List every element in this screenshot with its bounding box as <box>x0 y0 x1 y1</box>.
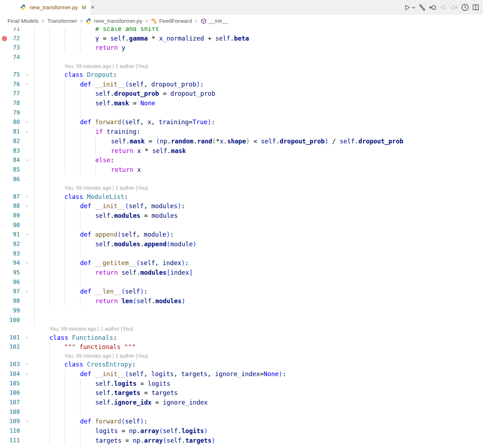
line-number[interactable]: 74 <box>13 53 20 62</box>
line-number[interactable]: 96 <box>13 278 20 287</box>
gutter[interactable]: 80 <box>0 117 34 127</box>
fold-chevron-icon[interactable] <box>24 335 30 341</box>
line-number[interactable]: 92 <box>13 239 20 249</box>
line-number[interactable]: 101 <box>9 333 20 343</box>
line-number[interactable]: 81 <box>13 127 20 137</box>
line-number[interactable]: 93 <box>13 249 20 259</box>
chevron-down-icon[interactable] <box>410 2 417 13</box>
gutter[interactable]: 86 <box>0 175 34 184</box>
line-number[interactable]: 94 <box>13 258 20 268</box>
breadcrumb-item-final-models[interactable]: Final Models <box>7 18 39 24</box>
back-circle-icon[interactable] <box>428 2 438 13</box>
fold-chevron-icon[interactable] <box>24 129 30 135</box>
gutter[interactable]: 109 <box>0 417 34 426</box>
breadcrumb-item--init-[interactable]: __init__ <box>201 18 228 24</box>
line-number[interactable]: 111 <box>9 436 20 446</box>
compare-changes-icon[interactable] <box>417 2 428 13</box>
gutter[interactable]: 76 <box>0 80 34 89</box>
fold-chevron-icon[interactable] <box>24 418 30 424</box>
gutter[interactable]: 84 <box>0 156 34 165</box>
gutter[interactable]: 104 <box>0 369 34 379</box>
gutter[interactable]: 82 <box>0 137 34 146</box>
fold-chevron-icon[interactable] <box>24 232 30 237</box>
line-number[interactable]: 95 <box>13 268 20 278</box>
git-blame-annotation[interactable]: You, 59 minutes ago | 1 author (You) <box>0 184 483 192</box>
previous-change-icon[interactable] <box>438 2 449 13</box>
line-number[interactable]: 76 <box>13 80 20 89</box>
gutter[interactable]: 110 <box>0 426 34 436</box>
gutter[interactable]: 97 <box>0 287 34 296</box>
gutter[interactable]: 90 <box>0 221 34 230</box>
line-number[interactable]: 80 <box>13 117 20 127</box>
line-number[interactable]: 89 <box>13 211 20 221</box>
gutter[interactable]: 99 <box>0 306 34 316</box>
git-blame-annotation[interactable]: You, 59 minutes ago | 1 author (You) <box>0 325 483 333</box>
line-number[interactable]: 91 <box>13 230 20 239</box>
fold-chevron-icon[interactable] <box>24 81 30 87</box>
line-number[interactable]: 109 <box>9 417 20 426</box>
gutter[interactable]: 78 <box>0 99 34 108</box>
breakpoint-icon[interactable] <box>2 36 7 41</box>
line-number[interactable]: 90 <box>13 221 20 230</box>
fold-chevron-icon[interactable] <box>24 289 30 294</box>
line-number[interactable]: 84 <box>13 156 20 165</box>
line-number[interactable]: 77 <box>13 89 20 99</box>
gutter[interactable]: 111 <box>0 436 34 446</box>
gutter[interactable]: 94 <box>0 258 34 268</box>
breadcrumb-item-feedforward[interactable]: FeedForward <box>151 18 192 24</box>
gutter[interactable]: 106 <box>0 388 34 398</box>
line-number[interactable]: 72 <box>13 34 20 43</box>
gutter[interactable]: 107 <box>0 398 34 407</box>
gutter[interactable]: 85 <box>0 165 34 175</box>
line-number[interactable]: 98 <box>13 296 20 306</box>
line-number[interactable]: 106 <box>9 388 20 398</box>
line-number[interactable]: 71 <box>13 27 20 34</box>
fold-chevron-icon[interactable] <box>24 119 30 125</box>
line-number[interactable]: 102 <box>9 342 20 352</box>
fold-chevron-icon[interactable] <box>24 157 30 163</box>
gutter[interactable]: 108 <box>0 407 34 417</box>
split-editor-icon[interactable] <box>470 2 481 13</box>
gutter[interactable]: 96 <box>0 278 34 287</box>
fold-chevron-icon[interactable] <box>24 362 30 367</box>
close-icon[interactable]: × <box>91 4 95 10</box>
line-number[interactable]: 78 <box>13 99 20 108</box>
line-number[interactable]: 99 <box>13 306 20 316</box>
gutter[interactable]: 105 <box>0 379 34 389</box>
gutter[interactable]: 93 <box>0 249 34 259</box>
blame-text[interactable]: You, 59 minutes ago | 1 author (You) <box>64 352 148 360</box>
gutter[interactable]: 73 <box>0 43 34 53</box>
line-number[interactable]: 107 <box>9 398 20 407</box>
gutter[interactable]: 79 <box>0 108 34 118</box>
git-blame-annotation[interactable]: You, 59 minutes ago | 1 author (You) <box>0 352 483 360</box>
gutter[interactable]: 101 <box>0 333 34 343</box>
fold-chevron-icon[interactable] <box>24 371 30 377</box>
line-number[interactable]: 88 <box>13 201 20 211</box>
gutter[interactable]: 87 <box>0 192 34 202</box>
gutter[interactable]: 89 <box>0 211 34 221</box>
gutter[interactable]: 83 <box>0 146 34 156</box>
git-blame-annotation[interactable]: You, 59 minutes ago | 1 author (You) <box>0 62 483 70</box>
gutter[interactable]: 92 <box>0 239 34 249</box>
gutter[interactable]: 81 <box>0 127 34 137</box>
gutter[interactable]: 75 <box>0 70 34 80</box>
line-number[interactable]: 97 <box>13 287 20 296</box>
line-number[interactable]: 85 <box>13 165 20 175</box>
line-number[interactable]: 87 <box>13 192 20 202</box>
fold-chevron-icon[interactable] <box>24 72 30 78</box>
gutter[interactable]: 77 <box>0 89 34 99</box>
fold-chevron-icon[interactable] <box>24 194 30 200</box>
line-number[interactable]: 110 <box>9 426 20 436</box>
tab-new-transformer[interactable]: new_transformer.py M × <box>0 0 91 15</box>
blame-text[interactable]: You, 59 minutes ago | 1 author (You) <box>64 62 148 70</box>
gutter[interactable]: 72 <box>0 34 34 43</box>
line-number[interactable]: 100 <box>9 316 20 325</box>
line-number[interactable]: 73 <box>13 43 20 53</box>
breadcrumb-item-transformer[interactable]: Transformer <box>47 18 77 24</box>
gutter[interactable]: 100 <box>0 316 34 325</box>
gutter[interactable]: 102 <box>0 342 34 352</box>
code-editor[interactable]: 71# scale and shift72y = self.gamma * x_… <box>0 27 483 448</box>
line-number[interactable]: 104 <box>9 369 20 379</box>
fold-chevron-icon[interactable] <box>24 203 30 209</box>
gutter[interactable]: 98 <box>0 296 34 306</box>
